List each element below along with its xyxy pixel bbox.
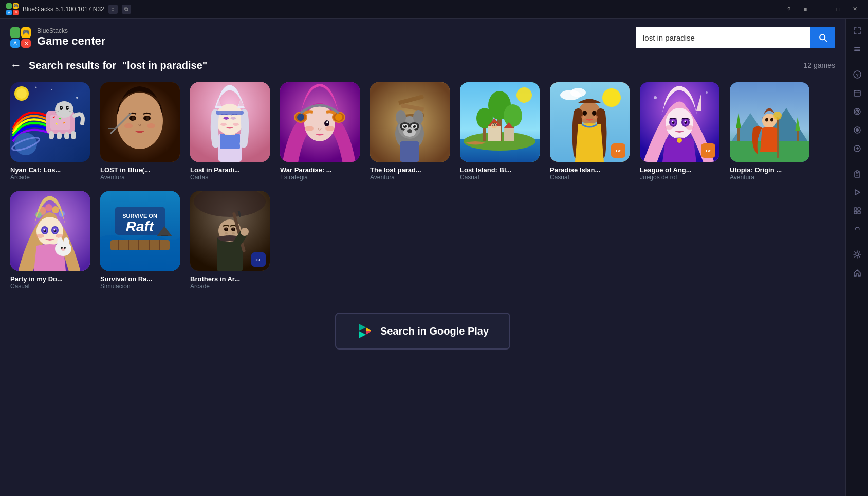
svg-point-28 [14, 133, 37, 155]
title-bar: 🎮 A ✕ BlueStacks 5.1.100.1017 N32 ⌂ ⧉ ? … [0, 0, 868, 19]
war-para-art [280, 82, 360, 162]
svg-point-123 [685, 121, 686, 122]
svg-point-60 [324, 120, 329, 126]
game-name-11: Survival on Ra... [100, 275, 180, 283]
game-card-8[interactable]: Gt League of Ang... Juegos de rol [640, 82, 719, 181]
sidebar-play-icon[interactable] [849, 184, 865, 200]
sidebar-target-icon[interactable] [849, 103, 865, 120]
results-count: 12 games [804, 61, 835, 69]
logo-yellow: 🎮 [13, 3, 19, 9]
menu-button[interactable]: ≡ [798, 4, 812, 15]
svg-rect-196 [854, 47, 860, 48]
svg-point-159 [63, 237, 69, 248]
game-card-7[interactable]: Gt Paradise Islan... Casual [550, 82, 630, 181]
svg-rect-26 [64, 132, 69, 139]
bluestacks-logo-small: 🎮 A ✕ [6, 3, 19, 15]
game-card-1[interactable]: Nyan Cat: Los... Arcade [10, 82, 90, 181]
svg-point-126 [677, 138, 682, 143]
home-icon[interactable]: ⌂ [108, 5, 118, 14]
sidebar-help-icon[interactable]: ? [849, 66, 865, 83]
game-genre-10: Casual [10, 283, 90, 290]
game-art-3 [190, 82, 270, 162]
logo-green [6, 3, 12, 9]
svg-point-110 [654, 96, 657, 99]
game-card-2[interactable]: LOST in Blue(... Aventura [100, 82, 180, 181]
game-card-3[interactable]: Lost in Paradi... Cartas [190, 82, 270, 181]
brand-blue: A [10, 39, 20, 48]
sidebar-expand-icon[interactable] [849, 23, 865, 39]
results-title-text: Search results for "lost in paradise" [29, 60, 207, 71]
sidebar-grid-icon[interactable] [849, 203, 865, 219]
svg-point-136 [765, 118, 768, 122]
sidebar-record-icon[interactable] [849, 122, 865, 138]
help-button[interactable]: ? [782, 4, 796, 15]
game-name-6: Lost Island: Bl... [460, 166, 540, 174]
game-card-6[interactable]: Lost Island: Bl... Casual [460, 82, 540, 181]
svg-rect-24 [49, 131, 54, 139]
svg-rect-198 [854, 50, 860, 51]
game-card-9[interactable]: Utopia: Origin ... Aventura [730, 82, 809, 181]
svg-point-181 [226, 228, 227, 230]
svg-marker-194 [366, 327, 371, 331]
sidebar-divider-2 [851, 161, 863, 161]
nyan-cat-art [10, 82, 90, 162]
game-card-12[interactable]: GL Brothers in Ar... Arcade [190, 191, 270, 290]
svg-marker-192 [359, 331, 366, 338]
lost-parad-art [370, 82, 450, 162]
sidebar-plus-icon[interactable] [849, 140, 865, 157]
svg-point-105 [583, 111, 587, 116]
party-dorm-art [10, 191, 90, 271]
game-art-9 [730, 82, 809, 162]
svg-point-101 [602, 88, 621, 107]
minimize-button[interactable]: — [815, 4, 829, 15]
lost-para-art [190, 82, 270, 162]
back-button[interactable]: ← [10, 59, 22, 72]
svg-point-78 [404, 125, 405, 126]
google-play-button[interactable]: Search in Google Play [335, 313, 510, 350]
svg-point-209 [856, 128, 859, 132]
game-thumb-5 [370, 82, 450, 162]
sidebar-settings-icon[interactable] [849, 246, 865, 263]
svg-marker-191 [359, 324, 366, 331]
game-thumb-8: Gt [640, 82, 719, 162]
game-card-5[interactable]: The lost parad... Aventura [370, 82, 450, 181]
brand-green [10, 27, 20, 38]
game-genre-1: Arcade [10, 174, 90, 181]
game-card-4[interactable]: War Paradise: ... Estrategia [280, 82, 360, 181]
svg-point-59 [335, 114, 342, 121]
maximize-button[interactable]: □ [831, 4, 845, 15]
sidebar-rotate-icon[interactable] [849, 221, 865, 237]
svg-point-77 [413, 125, 416, 128]
svg-point-37 [146, 117, 149, 120]
svg-rect-27 [71, 131, 76, 139]
sidebar-menu-icon[interactable] [849, 41, 865, 58]
game-card-11[interactable]: SURVIVE ON Raft Survival on Ra... Simula… [100, 191, 180, 290]
sidebar-divider-3 [851, 242, 863, 242]
game-name-9: Utopia: Origin ... [730, 166, 809, 174]
sidebar-home-icon[interactable] [849, 265, 865, 281]
game-name-10: Party in my Do... [10, 275, 90, 283]
game-art-1 [10, 82, 90, 162]
logo-blue: A [6, 10, 12, 15]
game-thumb-9 [730, 82, 809, 162]
sidebar-clipboard-icon[interactable] [849, 166, 865, 182]
game-card-10[interactable]: Party in my Do... Casual [10, 191, 90, 290]
close-button[interactable]: ✕ [847, 4, 862, 15]
game-thumb-11: SURVIVE ON Raft [100, 191, 180, 271]
google-play-section: Search in Google Play [10, 313, 835, 350]
brand-red: ✕ [21, 39, 31, 48]
svg-rect-82 [400, 141, 419, 162]
svg-rect-94 [504, 128, 514, 141]
svg-point-107 [581, 116, 586, 119]
search-input[interactable] [636, 27, 810, 48]
svg-point-89 [504, 104, 522, 127]
svg-point-62 [305, 126, 314, 131]
svg-point-70 [396, 110, 406, 124]
game-art-2 [100, 82, 180, 162]
svg-point-81 [407, 129, 412, 133]
search-button[interactable] [810, 27, 835, 48]
sidebar-calendar-icon[interactable] [849, 85, 865, 101]
copy-icon[interactable]: ⧉ [122, 5, 131, 14]
svg-point-158 [57, 237, 63, 248]
svg-point-39 [147, 123, 155, 128]
